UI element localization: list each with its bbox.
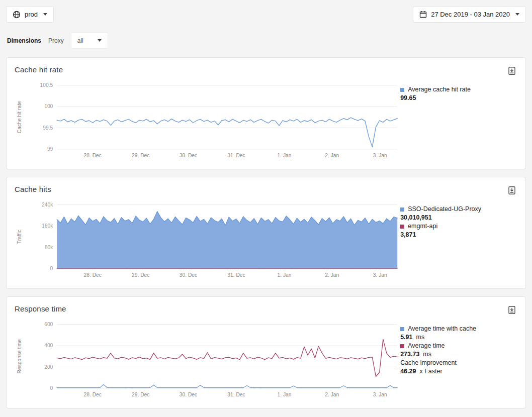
svg-text:2. Jan: 2. Jan [325,392,339,397]
legend-value: 273.73ms [400,350,517,359]
svg-text:31. Dec: 31. Dec [227,153,245,158]
card-title: Response time [15,304,66,313]
card-title: Cache hit rate [15,65,63,74]
legend-item: Average time with cache5.91ms [400,325,517,342]
legend-label: Average cache hit rate [408,85,471,94]
svg-text:3. Jan: 3. Jan [373,392,387,397]
svg-text:2. Jan: 2. Jan [325,153,339,158]
card-title: Cache hits [15,185,51,193]
legend-unit: x Faster [419,368,442,375]
calendar-icon [419,11,427,18]
legend-item: Cache improvement46.29x Faster [400,359,517,376]
svg-text:28. Dec: 28. Dec [84,272,102,278]
chevron-down-icon [515,13,519,16]
environment-label: prod [25,11,38,18]
svg-text:0: 0 [50,266,53,271]
svg-text:3. Jan: 3. Jan [373,272,387,278]
svg-text:0: 0 [50,385,53,391]
export-report-button[interactable] [506,185,517,196]
svg-text:3. Jan: 3. Jan [373,153,387,158]
svg-text:1. Jan: 1. Jan [277,153,291,158]
legend-value: 46.29x Faster [400,367,517,376]
legend-value: 3,871 [400,231,517,239]
svg-text:31. Dec: 31. Dec [227,392,245,397]
svg-text:200: 200 [44,364,53,370]
legend-item: SSO-Dedicated-UG-Proxy30,010,951 [400,205,517,222]
legend-unit: ms [423,351,431,358]
date-range-label: 27 Dec 2019 - 03 Jan 2020 [431,11,510,18]
svg-text:30. Dec: 30. Dec [180,392,197,397]
report-download-icon [507,189,516,196]
svg-text:160k: 160k [42,223,53,229]
cache-hits-chart: 240k160k80k028. Dec29. Dec30. Dec31. Dec… [15,199,400,284]
filter-bar: Dimensions Proxy all [7,32,525,49]
proxy-filter-select[interactable]: all [71,32,108,49]
proxy-label: Proxy [48,37,64,44]
legend-swatch [400,225,404,229]
cache-hit-rate-chart: 100.510099.59928. Dec29. Dec30. Dec31. D… [15,79,400,165]
report-download-icon [507,69,516,77]
cache-hit-rate-card: Cache hit rate 100.510099.59928. Dec29. … [6,57,526,169]
svg-text:29. Dec: 29. Dec [132,392,149,397]
svg-text:31. Dec: 31. Dec [227,272,245,278]
svg-text:30. Dec: 30. Dec [180,272,197,278]
svg-text:80k: 80k [45,245,53,250]
svg-text:28. Dec: 28. Dec [84,153,102,158]
svg-text:100.5: 100.5 [40,82,53,88]
svg-text:600: 600 [44,322,53,327]
svg-text:29. Dec: 29. Dec [132,153,149,158]
svg-text:30. Dec: 30. Dec [180,153,197,158]
date-range-picker[interactable]: 27 Dec 2019 - 03 Jan 2020 [413,6,526,23]
legend-swatch [400,88,404,92]
legend-unit: ms [416,334,424,341]
legend-label: Average time with cache [408,325,476,333]
chevron-down-icon [98,39,102,42]
legend-label: SSO-Dedicated-UG-Proxy [408,205,481,214]
svg-text:Cache hit rate: Cache hit rate [17,101,22,133]
response-time-card: Response time 600400200028. Dec29. Dec30… [6,296,526,408]
dashboard-page: prod 27 Dec 2019 - 03 Jan 2020 Dimension… [0,0,532,408]
legend-label: emgmt-api [408,222,437,231]
chart-legend: Average time with cache5.91msAverage tim… [400,325,517,376]
report-download-icon [507,308,516,316]
export-report-button[interactable] [506,65,517,76]
svg-text:99.5: 99.5 [43,125,53,131]
dimensions-label: Dimensions [7,37,41,44]
legend-value: 99.65 [400,94,517,102]
svg-text:99: 99 [47,146,53,152]
legend-label: Average time [408,342,445,350]
svg-text:1. Jan: 1. Jan [277,392,291,397]
legend-value: 30,010,951 [400,214,517,222]
svg-text:29. Dec: 29. Dec [132,272,149,278]
svg-text:400: 400 [44,343,53,348]
svg-text:2. Jan: 2. Jan [325,272,339,278]
chart-legend: SSO-Dedicated-UG-Proxy30,010,951emgmt-ap… [400,205,517,239]
svg-text:Traffic: Traffic [17,230,22,244]
response-time-chart: 600400200028. Dec29. Dec30. Dec31. Dec1.… [15,319,400,404]
environment-selector[interactable]: prod [6,6,54,23]
legend-swatch [400,344,404,348]
legend-label: Cache improvement [400,359,457,367]
export-report-button[interactable] [506,304,517,316]
svg-text:1. Jan: 1. Jan [277,272,291,278]
legend-value: 5.91ms [400,333,517,342]
legend-swatch [400,207,404,212]
legend-item: Average time273.73ms [400,342,517,359]
legend-item: Average cache hit rate99.65 [400,85,517,102]
svg-text:240k: 240k [42,202,53,207]
svg-text:28. Dec: 28. Dec [84,392,102,397]
legend-item: emgmt-api3,871 [400,222,517,239]
legend-swatch [400,327,404,331]
globe-icon [13,11,21,19]
chart-legend: Average cache hit rate99.65 [400,85,517,102]
top-bar: prod 27 Dec 2019 - 03 Jan 2020 [6,6,526,23]
svg-text:100: 100 [44,103,53,109]
chevron-down-icon [43,13,47,16]
cache-hits-card: Cache hits 240k160k80k028. Dec29. Dec30.… [6,177,526,289]
proxy-filter-value: all [77,37,83,44]
svg-text:Response time: Response time [17,339,22,374]
